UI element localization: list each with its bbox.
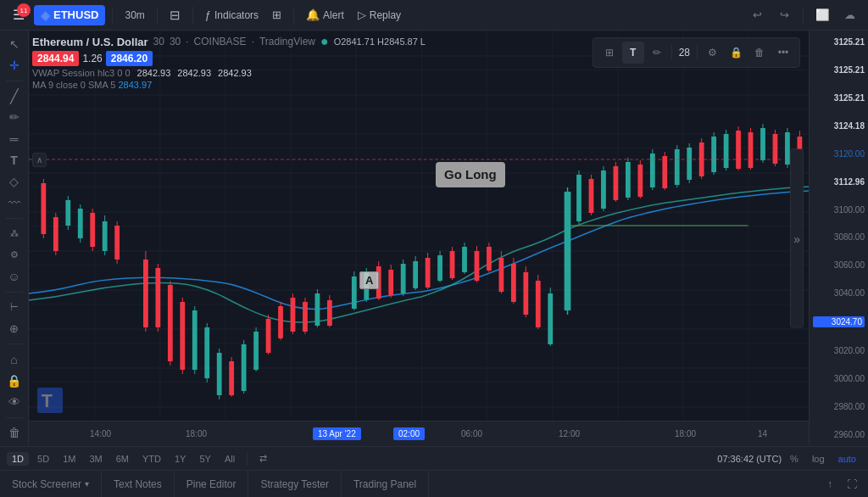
toolbar-separator-5 <box>803 7 804 24</box>
draw-lock-btn[interactable]: 🔒 <box>725 42 747 64</box>
path-tool[interactable]: 〰 <box>3 193 26 213</box>
draw-brush-btn[interactable]: ✏ <box>646 42 668 64</box>
tab-strategy-tester-label: Strategy Tester <box>260 478 328 490</box>
chart-exchange-name: COINBASE <box>194 36 247 47</box>
chart-timeframe: 30 <box>153 36 164 47</box>
draw-sep-2 <box>697 45 698 60</box>
period-ytd[interactable]: YTD <box>137 452 166 466</box>
crosshair-tool[interactable]: ✛ <box>3 55 26 75</box>
period-5d[interactable]: 5D <box>32 452 54 466</box>
toolbar-separator-4 <box>293 7 294 24</box>
indicators-button[interactable]: ƒ Indicators <box>200 5 264 25</box>
toolbar-separator-3 <box>192 7 193 24</box>
period-3m[interactable]: 3M <box>84 452 107 466</box>
eye-icon: 👁 <box>8 395 20 409</box>
menu-button[interactable]: ☰ 11 <box>7 3 31 27</box>
chart-type-icon: ⊟ <box>170 8 181 23</box>
expand-icon: ⛶ <box>847 478 857 490</box>
period-6m-label: 6M <box>116 454 129 464</box>
chart-info-row1: Ethereum / U.S. Dollar 30 30 · COINBASE … <box>32 34 426 49</box>
high-val: H2845.87 <box>377 36 418 47</box>
tab-pine-editor[interactable]: Pine Editor <box>175 471 249 497</box>
chart-type-button[interactable]: ⊟ <box>164 4 186 26</box>
projection-tool[interactable]: ⁂ <box>3 224 26 243</box>
eye-tool[interactable]: 👁 <box>3 393 26 412</box>
draw-more-btn[interactable]: ••• <box>772 42 794 64</box>
tab-expand[interactable]: ⛶ <box>843 475 861 494</box>
a-annotation: A <box>359 271 379 289</box>
text-tool[interactable]: T <box>3 150 26 170</box>
bottom-sep <box>247 452 248 466</box>
house-tool[interactable]: ⌂ <box>3 349 26 369</box>
period-all[interactable]: All <box>220 452 240 466</box>
price-3120: 3120.00 <box>813 149 865 159</box>
period-1m-label: 1M <box>63 454 75 464</box>
compare-icon: ⇄ <box>259 453 267 463</box>
price-box-red: 2844.94 <box>32 51 79 66</box>
left-toolbar: ↖ ✛ ╱ ✏ ═ T ◇ 〰 ⁂ ⚙ ☺ ⊢ ⊕ ⌂ 🔒 👁 🗑 <box>0 31 29 446</box>
indicators-label: Indicators <box>214 9 259 21</box>
drawing-toolbar: ⊞ T ✏ 28 ⚙ 🔒 🗑 ••• <box>593 37 800 68</box>
tab-trading-panel[interactable]: Trading Panel <box>342 471 429 497</box>
period-all-label: All <box>225 454 235 464</box>
left-separator-1 <box>6 81 23 81</box>
draw-settings-btn[interactable]: ⚙ <box>701 42 723 64</box>
period-6m[interactable]: 6M <box>111 452 134 466</box>
tab-strategy-tester[interactable]: Strategy Tester <box>248 471 341 497</box>
period-1d[interactable]: 1D <box>7 452 29 466</box>
price-3020: 3020.00 <box>813 346 865 355</box>
trash-tool[interactable]: 🗑 <box>3 423 26 443</box>
cursor-tool[interactable]: ↖ <box>3 34 26 53</box>
indicators-left-btn[interactable]: ⚙ <box>3 245 26 265</box>
tab-arrow-up[interactable]: ↑ <box>821 475 839 494</box>
period-1y[interactable]: 1Y <box>170 452 191 466</box>
price-change: 1.26 <box>82 53 102 64</box>
draw-delete-btn[interactable]: 🗑 <box>748 42 771 64</box>
replay-label: Replay <box>370 9 401 21</box>
replay-button[interactable]: ▷ Replay <box>353 5 406 25</box>
trend-line-tool[interactable]: ╱ <box>3 86 26 105</box>
undo-button[interactable]: ↩ <box>745 3 769 27</box>
draw-grid-btn[interactable]: ⊞ <box>598 42 620 64</box>
lock-tool[interactable]: 🔒 <box>3 371 26 390</box>
timeframe-button[interactable]: 30m <box>120 6 149 25</box>
zoom-tool[interactable]: ⊕ <box>3 319 26 338</box>
price-3125-3: 3125.21 <box>813 93 865 103</box>
svg-text:T: T <box>42 390 53 411</box>
draw-text-btn[interactable]: T <box>622 42 644 64</box>
compare-button[interactable]: ⇄ <box>254 451 272 466</box>
window-button[interactable]: ⬜ <box>810 3 834 27</box>
measure-tool[interactable]: ═ <box>3 129 26 148</box>
collapse-button[interactable]: ∧ <box>32 153 47 167</box>
draw-lock-icon: 🔒 <box>730 47 743 59</box>
percent-btn[interactable]: % <box>785 452 804 466</box>
tab-text-notes[interactable]: Text Notes <box>102 471 175 497</box>
right-panel-button[interactable]: » <box>790 149 804 328</box>
price-3024: 3024.70 <box>813 316 865 327</box>
auto-btn[interactable]: auto <box>833 452 861 466</box>
time-0200: 02:00 <box>393 427 425 440</box>
tab-stock-screener[interactable]: Stock Screener ▾ <box>0 471 102 497</box>
time-1400: 14:00 <box>90 429 111 438</box>
shapes-tool[interactable]: ◇ <box>3 172 26 192</box>
alert-button[interactable]: 🔔 Alert <box>301 5 349 25</box>
templates-button[interactable]: ⊞ <box>267 5 287 25</box>
vwap-val3: 2842.93 <box>218 68 252 78</box>
period-5y[interactable]: 5Y <box>194 452 215 466</box>
log-btn[interactable]: log <box>807 452 830 466</box>
draw-settings-icon: ⚙ <box>708 47 717 59</box>
cloud-button[interactable]: ☁ <box>837 3 861 27</box>
emoji-tool[interactable]: ☺ <box>3 266 26 286</box>
price-3125-2: 3125.21 <box>813 65 865 75</box>
ma-label: MA 9 close 0 SMA 5 <box>32 80 115 90</box>
ruler-tool[interactable]: ⊢ <box>3 298 26 317</box>
chart-area[interactable]: Ethereum / U.S. Dollar 30 30 · COINBASE … <box>29 31 868 446</box>
percent-icon: % <box>790 454 798 464</box>
go-long-arrow: → <box>512 163 532 187</box>
period-1m[interactable]: 1M <box>58 452 81 466</box>
price-3100: 3100.00 <box>813 205 865 215</box>
brush-tool[interactable]: ✏ <box>3 108 26 127</box>
redo-button[interactable]: ↪ <box>772 3 796 27</box>
ma-row: MA 9 close 0 SMA 5 2843.97 <box>32 80 426 90</box>
symbol-button[interactable]: ◈ ETHUSD <box>34 5 105 25</box>
